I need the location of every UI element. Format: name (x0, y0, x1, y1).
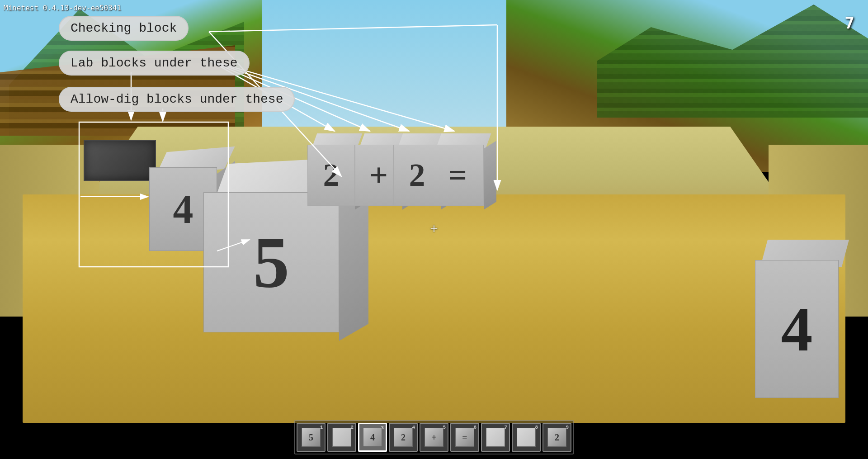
version-text: Minetest 0.4.13-dev-ee50341 (4, 4, 121, 12)
hotbar-slot-1[interactable]: 1 5 (297, 423, 326, 452)
lab-blocks-label: Lab blocks under these (59, 51, 250, 76)
block-2-eq1: 2 (307, 133, 362, 206)
checking-block-label: Checking block (59, 16, 189, 41)
hotbar-slot-4[interactable]: 4 2 (389, 423, 418, 452)
hotbar-slot-9[interactable]: 9 2 (542, 423, 571, 452)
fps-counter: 7 (844, 14, 854, 32)
block-4-corner: 4 (755, 240, 854, 398)
hotbar-slot-8[interactable]: 8 (512, 423, 541, 452)
block-equals-eq: = (432, 133, 491, 206)
allow-dig-label: Allow-dig blocks under these (59, 87, 295, 112)
hotbar-slot-2[interactable]: 2 (327, 423, 356, 452)
hotbar-slot-3[interactable]: 3 4 (358, 423, 387, 452)
hotbar-slot-6[interactable]: 6 = (450, 423, 479, 452)
crosshair (430, 222, 438, 237)
hotbar-slot-7[interactable]: 7 (481, 423, 510, 452)
dark-machine (84, 140, 156, 181)
hotbar-slot-5[interactable]: 5 + (420, 423, 448, 452)
hotbar: 1 5 2 3 4 4 2 5 + 6 = 7 (294, 420, 574, 454)
game-viewport: 4 5 2 + 2 (0, 0, 868, 459)
